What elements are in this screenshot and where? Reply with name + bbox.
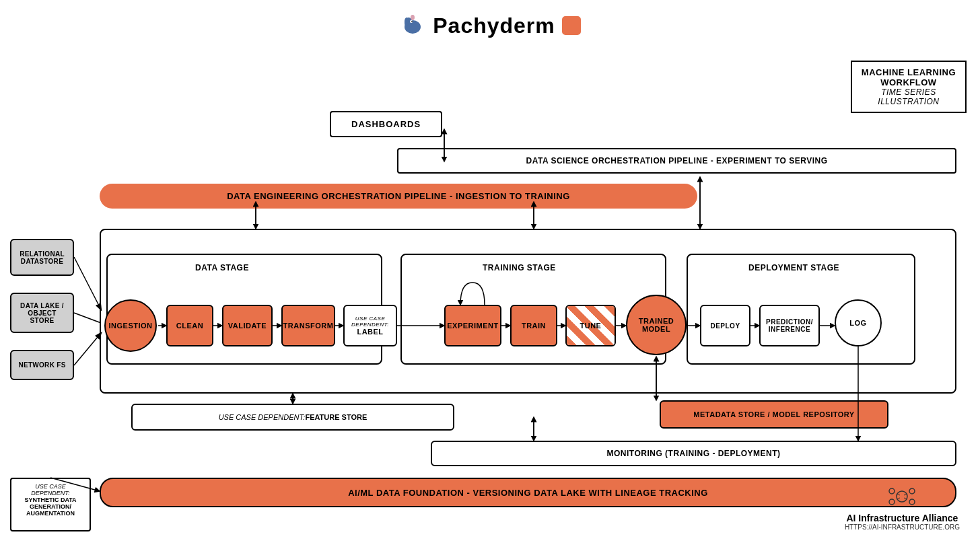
- svg-line-15: [74, 257, 101, 309]
- synthetic-data-box: USE CASEDEPENDENT: SYNTHETIC DATAGENERAT…: [10, 478, 91, 531]
- prediction-node: PREDICTION/ INFERENCE: [759, 305, 820, 346]
- svg-line-16: [74, 313, 101, 323]
- tune-node: TUNE: [565, 305, 616, 346]
- logo-text: Pachyderm: [433, 13, 555, 38]
- feature-store-box: USE CASE DEPENDENT: FEATURE STORE: [131, 404, 454, 431]
- header: Pachyderm: [7, 7, 973, 42]
- alliance-url: HTTPS://AI-INFRASTRUCTURE.ORG: [845, 523, 960, 531]
- deploy-node: DEPLOY: [700, 305, 750, 346]
- alliance-name: AI Infrastructure Alliance: [845, 513, 960, 523]
- metadata-store-box: METADATA STORE / MODEL REPOSITORY: [660, 400, 888, 429]
- log-node: LOG: [835, 299, 882, 346]
- relational-datastore: RELATIONAL DATASTORE: [10, 239, 74, 276]
- train-node: TRAIN: [510, 305, 557, 346]
- ai-alliance: AI Infrastructure Alliance HTTPS://AI-IN…: [845, 483, 960, 531]
- ingestion-node: INGESTION: [104, 299, 157, 352]
- svg-point-8: [909, 488, 915, 494]
- svg-point-10: [909, 499, 915, 505]
- data-stage-label: DATA STAGE: [195, 263, 249, 272]
- svg-point-7: [889, 488, 895, 494]
- feature-store-label: FEATURE STORE: [305, 413, 367, 421]
- svg-point-9: [889, 499, 895, 505]
- ai-alliance-icon: [885, 483, 919, 510]
- label-node: USE CASEDEPENDENT: LABEL: [343, 305, 397, 346]
- ml-subtitle: TIME SERIES ILLUSTRATION: [862, 87, 956, 106]
- dashboards-box: DASHBOARDS: [330, 111, 442, 137]
- network-fs: NETWORK FS: [10, 350, 74, 380]
- training-stage-label: TRAINING STAGE: [483, 263, 556, 272]
- datalake-store: DATA LAKE / OBJECT STORE: [10, 293, 74, 333]
- svg-line-17: [74, 333, 101, 365]
- deployment-stage-label: DEPLOYMENT STAGE: [748, 263, 839, 272]
- transform-node: TRANSFORM: [281, 305, 335, 346]
- main-container: Pachyderm MACHINE LEARNING WORKFLOW TIME…: [0, 0, 980, 551]
- label-prefix: USE CASEDEPENDENT:: [351, 316, 389, 328]
- de-pipeline-box: DATA ENGINEERING ORCHESTRATION PIPELINE …: [100, 184, 697, 209]
- label-text: LABEL: [351, 328, 389, 336]
- monitoring-box: MONITORING (TRAINING - DEPLOYMENT): [431, 441, 956, 466]
- ml-title-line1: MACHINE LEARNING WORKFLOW: [862, 67, 956, 87]
- foundation-box: AI/ML DATA FOUNDATION - VERSIONING DATA …: [100, 478, 956, 507]
- ml-label-box: MACHINE LEARNING WORKFLOW TIME SERIES IL…: [851, 61, 967, 113]
- svg-point-4: [411, 21, 413, 22]
- ds-pipeline-box: DATA SCIENCE ORCHESTRATION PIPELINE - EX…: [397, 148, 956, 174]
- clean-node: CLEAN: [166, 305, 213, 346]
- svg-point-2: [405, 17, 409, 26]
- svg-point-6: [897, 491, 907, 502]
- logo-square: [562, 16, 581, 35]
- svg-point-5: [411, 15, 415, 20]
- experiment-node: EXPERIMENT: [444, 305, 501, 346]
- feature-store-prefix: USE CASE DEPENDENT:: [219, 413, 306, 421]
- trained-model-node: TRAINED MODEL: [626, 295, 687, 355]
- pachyderm-logo-icon: [399, 12, 426, 39]
- validate-node: VALIDATE: [222, 305, 273, 346]
